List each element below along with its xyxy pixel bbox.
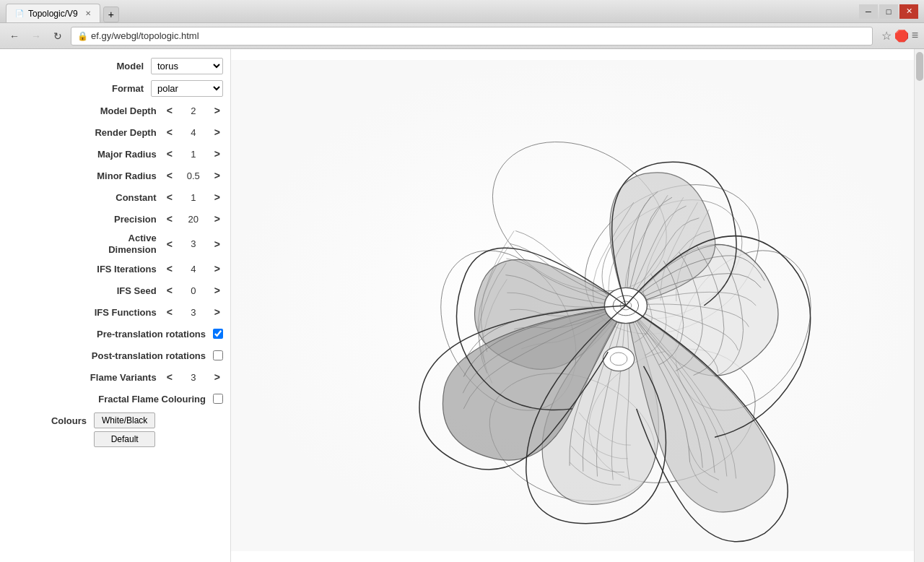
colours-buttons: White/Black Default [94, 412, 155, 447]
render-depth-row: Render Depth < 4 > [0, 121, 230, 143]
default-button[interactable]: Default [94, 431, 155, 447]
window-controls: ─ □ ✕ [859, 4, 918, 19]
precision-less-btn[interactable]: < [164, 213, 175, 225]
tab-favicon: 📄 [15, 9, 24, 17]
precision-value: 20 [175, 214, 212, 225]
fractal-flame-label: Fractal Flame Colouring [7, 394, 213, 405]
model-select[interactable]: torus sphere cube simplex [151, 58, 223, 74]
url-text: ef.gy/webgl/topologic.html [91, 30, 866, 41]
minimize-button[interactable]: ─ [859, 4, 878, 19]
forward-button[interactable]: → [27, 27, 45, 45]
constant-value: 1 [175, 192, 212, 203]
format-row: Format polar cartesian [0, 77, 230, 100]
ifs-iterations-more-btn[interactable]: > [212, 263, 223, 274]
precision-row: Precision < 20 > [0, 208, 230, 230]
pre-translation-label: Pre-translation rotations [7, 329, 213, 340]
adblock-icon[interactable]: 🛑 [894, 29, 909, 43]
ifs-functions-more-btn[interactable]: > [212, 306, 223, 318]
model-depth-label: Model Depth [7, 105, 164, 116]
minor-radius-label: Minor Radius [7, 170, 164, 181]
format-label: Format [7, 83, 151, 94]
precision-label: Precision [7, 214, 164, 225]
flame-variants-less-btn[interactable]: < [164, 371, 175, 383]
post-translation-label: Post-translation rotations [7, 350, 213, 361]
constant-label: Constant [7, 192, 164, 203]
model-label: Model [7, 61, 151, 72]
tab-area: 📄 Topologic/V9 ✕ + [6, 0, 119, 22]
ifs-seed-row: IFS Seed < 0 > [0, 280, 230, 301]
refresh-button[interactable]: ↻ [49, 27, 66, 45]
colours-row: Colours White/Black Default [0, 410, 230, 450]
active-dimension-value: 3 [175, 238, 212, 249]
model-depth-less-btn[interactable]: < [164, 105, 175, 116]
render-depth-value: 4 [175, 127, 212, 138]
back-button[interactable]: ← [6, 27, 23, 45]
minor-radius-row: Minor Radius < 0.5 > [0, 165, 230, 186]
render-depth-more-btn[interactable]: > [212, 126, 223, 138]
svg-point-12 [610, 353, 627, 366]
precision-more-btn[interactable]: > [212, 213, 223, 225]
active-dimension-less-btn[interactable]: < [164, 238, 175, 250]
page-content: Model torus sphere cube simplex Format p… [0, 49, 924, 562]
active-dimension-more-btn[interactable]: > [212, 238, 223, 250]
format-select[interactable]: polar cartesian [151, 80, 223, 97]
ifs-iterations-value: 4 [175, 264, 212, 274]
constant-more-btn[interactable]: > [212, 191, 223, 203]
active-tab[interactable]: 📄 Topologic/V9 ✕ [6, 4, 100, 22]
address-bar[interactable]: 🔒 ef.gy/webgl/topologic.html [71, 27, 873, 46]
constant-less-btn[interactable]: < [164, 191, 175, 203]
white-black-button[interactable]: White/Black [94, 412, 155, 428]
major-radius-more-btn[interactable]: > [212, 148, 223, 160]
ifs-functions-value: 3 [175, 307, 212, 318]
pre-translation-checkbox[interactable] [213, 329, 223, 339]
menu-icon[interactable]: ≡ [912, 29, 918, 43]
model-depth-value: 2 [175, 105, 212, 116]
left-panel: Model torus sphere cube simplex Format p… [0, 49, 231, 562]
minor-radius-value: 0.5 [175, 170, 212, 181]
fractal-flame-row: Fractal Flame Colouring [0, 388, 230, 410]
ifs-seed-label: IFS Seed [7, 285, 164, 296]
fractal-flame-checkbox[interactable] [213, 394, 223, 404]
minor-radius-more-btn[interactable]: > [212, 170, 223, 181]
nav-icons: ☆ 🛑 ≡ [881, 29, 918, 43]
colours-label: Colours [7, 412, 94, 426]
scrollbar[interactable] [914, 49, 924, 562]
active-dimension-label: ActiveDimension [7, 233, 164, 255]
ifs-functions-label: IFS Functions [7, 307, 164, 318]
major-radius-less-btn[interactable]: < [164, 148, 175, 160]
scrollbar-thumb[interactable] [916, 52, 923, 81]
new-tab-button[interactable]: + [103, 7, 119, 22]
bookmark-icon[interactable]: ☆ [881, 29, 892, 43]
minor-radius-less-btn[interactable]: < [164, 170, 175, 181]
major-radius-label: Major Radius [7, 149, 164, 160]
major-radius-row: Major Radius < 1 > [0, 143, 230, 165]
close-button[interactable]: ✕ [899, 4, 918, 19]
constant-row: Constant < 1 > [0, 186, 230, 208]
ifs-iterations-label: IFS Iterations [7, 264, 164, 274]
ifs-iterations-row: IFS Iterations < 4 > [0, 258, 230, 280]
flame-variants-row: Flame Variants < 3 > [0, 366, 230, 388]
active-dimension-row: ActiveDimension < 3 > [0, 230, 230, 258]
major-radius-value: 1 [175, 149, 212, 160]
flame-variants-label: Flame Variants [7, 372, 164, 383]
model-depth-row: Model Depth < 2 > [0, 100, 230, 121]
title-bar: 📄 Topologic/V9 ✕ + ─ □ ✕ [0, 0, 924, 23]
ifs-seed-more-btn[interactable]: > [212, 285, 223, 296]
render-depth-label: Render Depth [7, 127, 164, 138]
right-panel [231, 49, 914, 562]
ifs-seed-value: 0 [175, 285, 212, 296]
ifs-functions-less-btn[interactable]: < [164, 306, 175, 318]
flame-variants-more-btn[interactable]: > [212, 371, 223, 383]
tab-title: Topologic/V9 [28, 9, 78, 19]
restore-button[interactable]: □ [879, 4, 898, 19]
pre-translation-row: Pre-translation rotations [0, 323, 230, 345]
tab-close-button[interactable]: ✕ [85, 9, 91, 17]
post-translation-checkbox[interactable] [213, 350, 223, 360]
ifs-functions-row: IFS Functions < 3 > [0, 301, 230, 323]
flame-variants-value: 3 [175, 372, 212, 383]
nav-bar: ← → ↻ 🔒 ef.gy/webgl/topologic.html ☆ 🛑 ≡ [0, 23, 924, 49]
ifs-seed-less-btn[interactable]: < [164, 285, 175, 296]
render-depth-less-btn[interactable]: < [164, 126, 175, 138]
model-depth-more-btn[interactable]: > [212, 105, 223, 116]
ifs-iterations-less-btn[interactable]: < [164, 263, 175, 274]
